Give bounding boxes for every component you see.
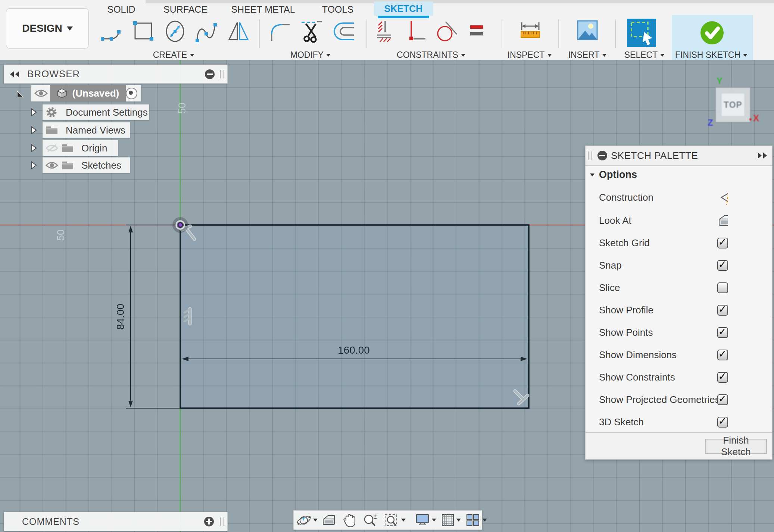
display-settings-button[interactable] xyxy=(415,511,430,529)
group-finish-sketch[interactable]: FINISH SKETCH xyxy=(675,50,748,60)
palette-row-show-profile: Show Profile xyxy=(586,299,772,321)
toolbar-divider xyxy=(558,19,559,48)
group-modify[interactable]: MODIFY xyxy=(290,50,331,60)
activate-component-radio[interactable] xyxy=(126,88,137,99)
add-comment-icon[interactable] xyxy=(204,517,214,526)
comments-panel[interactable]: COMMENTS xyxy=(4,512,228,531)
rectangle-tool-icon[interactable] xyxy=(131,18,156,46)
grid-display-button[interactable] xyxy=(441,511,455,529)
browser-item-origin[interactable]: Origin xyxy=(43,140,118,156)
checkbox-sketch-grid[interactable] xyxy=(717,238,728,248)
fit-button[interactable] xyxy=(384,511,399,529)
viewcube-top-face[interactable]: TOP xyxy=(722,94,744,116)
toolbar-divider xyxy=(366,19,367,48)
dim-value-width[interactable]: 160.00 xyxy=(338,344,370,356)
checkbox-show-dimensions[interactable] xyxy=(717,350,728,360)
panel-minimize-icon[interactable] xyxy=(597,151,607,160)
panel-minimize-icon[interactable] xyxy=(205,69,215,79)
checkbox-3d-sketch[interactable] xyxy=(717,417,728,428)
browser-item-sketches[interactable]: Sketches xyxy=(43,157,130,173)
fit-dropdown-icon[interactable] xyxy=(401,519,406,522)
eye-hidden-icon[interactable] xyxy=(45,143,59,153)
viewports-dropdown-icon[interactable] xyxy=(483,519,487,522)
palette-row-show-projected-geometries: Show Projected Geometries xyxy=(586,388,772,411)
group-constraints[interactable]: CONSTRAINTS xyxy=(397,50,465,60)
tab-surface[interactable]: SURFACE xyxy=(163,2,207,16)
browser-root-selected[interactable]: (Unsaved) xyxy=(50,85,126,101)
palette-footer: Finish Sketch xyxy=(586,432,772,459)
group-insert[interactable]: INSERT xyxy=(568,50,607,60)
panel-grip[interactable] xyxy=(220,517,224,526)
panel-grip[interactable] xyxy=(220,70,224,78)
checkbox-show-points[interactable] xyxy=(717,327,728,338)
select-tool[interactable] xyxy=(627,19,656,47)
tangent-constraint-icon[interactable] xyxy=(434,18,460,46)
options-section-header[interactable]: Options xyxy=(590,169,637,181)
browser-item-named-views[interactable]: Named Views xyxy=(43,122,130,138)
look-at-button[interactable] xyxy=(321,511,336,529)
folder-icon xyxy=(46,125,58,135)
pan-button[interactable] xyxy=(342,511,356,529)
dim-value-height[interactable]: 84.00 xyxy=(115,304,126,330)
group-select[interactable]: SELECT xyxy=(624,50,665,60)
eye-visible-icon[interactable] xyxy=(34,89,49,98)
trim-tool-icon[interactable] xyxy=(299,18,324,46)
mirror-tool-icon[interactable] xyxy=(226,18,252,46)
zoom-button[interactable] xyxy=(362,511,378,529)
checkbox-show-profile[interactable] xyxy=(717,305,728,316)
panel-grip[interactable] xyxy=(588,151,592,160)
finish-sketch-palette-button[interactable]: Finish Sketch xyxy=(705,439,767,454)
eye-visible-icon[interactable] xyxy=(45,160,59,170)
checkbox-snap[interactable] xyxy=(717,260,728,271)
viewports-button[interactable] xyxy=(465,511,480,529)
palette-row-show-points: Show Points xyxy=(586,321,772,344)
tab-sheet-metal[interactable]: SHEET METAL xyxy=(231,2,295,16)
browser-panel-header[interactable]: BROWSER xyxy=(4,65,228,84)
insert-image-icon[interactable] xyxy=(575,18,599,46)
browser-item-document-settings[interactable]: Document Settings xyxy=(43,104,149,120)
grid-scale-label-horizontal: 50 xyxy=(55,229,66,241)
display-settings-dropdown-icon[interactable] xyxy=(432,519,436,522)
orbit-button[interactable] xyxy=(296,511,312,529)
circle-tool-icon[interactable] xyxy=(163,18,188,46)
grid-scale-label-vertical: 50 xyxy=(177,103,188,114)
fix-constraint-icon[interactable] xyxy=(372,18,396,46)
chevron-down-icon xyxy=(326,54,331,57)
checkbox-show-constraints[interactable] xyxy=(717,372,728,383)
look-at-button[interactable] xyxy=(717,214,728,227)
expand-arrow-icon[interactable] xyxy=(31,144,37,152)
sketch-rectangle[interactable] xyxy=(180,225,529,408)
collapse-right-icon[interactable] xyxy=(756,152,768,159)
tab-tools[interactable]: TOOLS xyxy=(322,2,353,16)
line-arc-icon[interactable] xyxy=(99,18,125,46)
collapse-left-icon[interactable] xyxy=(9,71,21,78)
sketch-palette-header[interactable]: SKETCH PALETTE xyxy=(586,146,772,166)
construction-toggle[interactable] xyxy=(717,191,728,204)
chevron-down-icon xyxy=(602,54,606,57)
measure-tool-icon[interactable] xyxy=(518,18,543,46)
checkbox-show-projected-geometries[interactable] xyxy=(717,394,728,405)
group-inspect[interactable]: INSPECT xyxy=(508,50,552,60)
viewcube[interactable]: TOP Y Z X xyxy=(715,87,751,123)
checkbox-slice[interactable] xyxy=(717,282,728,293)
expand-collapse-icon[interactable] xyxy=(16,90,24,98)
expand-arrow-icon[interactable] xyxy=(31,108,37,116)
fillet-tool-icon[interactable] xyxy=(266,18,292,46)
offset-tool-icon[interactable] xyxy=(331,18,356,46)
group-create[interactable]: CREATE xyxy=(153,50,194,60)
navigation-bar xyxy=(293,510,482,530)
origin-point[interactable] xyxy=(172,217,188,233)
axis-x-dot xyxy=(749,118,752,121)
expand-arrow-icon[interactable] xyxy=(31,161,37,169)
perpendicular-constraint-icon[interactable] xyxy=(404,18,428,46)
design-workspace-dropdown[interactable]: DESIGN xyxy=(6,8,89,48)
spline-tool-icon[interactable] xyxy=(194,18,219,46)
expand-arrow-icon[interactable] xyxy=(31,126,37,134)
equal-constraint-icon[interactable] xyxy=(467,18,491,46)
tab-solid[interactable]: SOLID xyxy=(107,2,135,16)
orbit-dropdown-icon[interactable] xyxy=(313,519,318,522)
grid-display-dropdown-icon[interactable] xyxy=(456,519,461,522)
tab-sketch[interactable]: SKETCH xyxy=(374,1,433,16)
browser-root-row[interactable]: (Unsaved) xyxy=(31,85,141,101)
zoom-icon xyxy=(362,513,378,528)
